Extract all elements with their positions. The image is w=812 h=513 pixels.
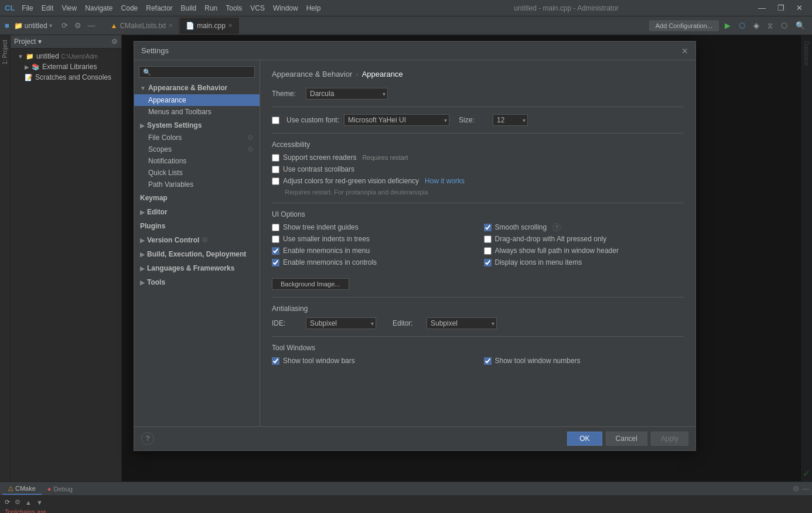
menu-build[interactable]: Build — [178, 3, 200, 13]
folder-icon: 📁 — [26, 53, 34, 60]
coverage-button[interactable]: ◈ — [751, 20, 762, 31]
settings-item-path-variables[interactable]: Path Variables — [134, 179, 260, 190]
settings-item-file-colors[interactable]: File Colors ⚙ — [134, 132, 260, 143]
menu-view[interactable]: View — [58, 3, 80, 13]
dialog-title: Settings — [141, 46, 169, 55]
menu-vcs[interactable]: VCS — [247, 3, 268, 13]
tool-window-bars-checkbox[interactable] — [272, 357, 279, 365]
smooth-scrolling-checkbox[interactable] — [484, 224, 492, 231]
how-it-works-link[interactable]: How it works — [425, 177, 465, 185]
ide-antialiasing-select[interactable]: Subpixel Greyscale None — [306, 317, 376, 329]
cmake-arrow-up[interactable]: ▲ — [25, 499, 32, 506]
mnemonics-controls-label: Enable mnemonics in controls — [283, 258, 377, 266]
settings-item-scopes[interactable]: Scopes ⚙ — [134, 143, 260, 155]
menu-help[interactable]: Help — [303, 3, 325, 13]
settings-group-header-appearance-behavior[interactable]: ▼ Appearance & Behavior — [134, 81, 260, 94]
debug-tab-label: Debug — [54, 485, 73, 493]
bottom-tab-cmake[interactable]: △ CMake — [2, 483, 42, 495]
size-select[interactable]: 12 10 14 — [493, 114, 528, 126]
settings-item-menus-toolbars[interactable]: Menus and Toolbars — [134, 106, 260, 118]
settings-group-keymap: Keymap — [134, 191, 260, 204]
colorblind-subhint: Requires restart. For protanopia and deu… — [285, 189, 684, 196]
editor-antialiasing-select[interactable]: Subpixel Greyscale None — [427, 317, 497, 329]
bottom-tab-debug[interactable]: ● Debug — [42, 484, 79, 494]
add-configuration-button[interactable]: Add Configuration... — [649, 20, 719, 31]
tab-cmake[interactable]: ▲ CMakeLists.txt ✕ — [105, 18, 180, 34]
toolbar-settings-icon[interactable]: ⚙ — [72, 20, 84, 31]
menu-navigate[interactable]: Navigate — [81, 3, 116, 13]
smooth-scrolling-help-icon[interactable]: ? — [552, 223, 561, 231]
screen-readers-checkbox[interactable] — [272, 154, 279, 162]
group-arrow-tools-icon: ▶ — [140, 279, 145, 286]
cancel-button[interactable]: Cancel — [606, 432, 647, 446]
settings-group-header-keymap[interactable]: Keymap — [134, 191, 260, 204]
settings-search-input[interactable] — [139, 66, 255, 78]
settings-group-header-build[interactable]: ▶ Build, Execution, Deployment — [134, 248, 260, 261]
custom-font-row: Use custom font: Microsoft YaHei UI Size… — [272, 114, 684, 126]
dialog-close-button[interactable]: ✕ — [681, 46, 688, 56]
project-panel-settings-icon[interactable]: ⚙ — [111, 37, 118, 46]
menu-run[interactable]: Run — [201, 3, 221, 13]
settings-group-header-system[interactable]: ▶ System Settings — [134, 119, 260, 132]
colorblind-checkbox[interactable] — [272, 177, 279, 185]
search-everywhere-icon[interactable]: 🔍 — [793, 20, 807, 31]
settings-group-header-languages[interactable]: ▶ Languages & Frameworks — [134, 262, 260, 275]
tab-main-cpp[interactable]: 📄 main.cpp ✕ — [180, 18, 239, 34]
help-button[interactable]: ? — [141, 432, 154, 445]
profile-button[interactable]: ⧖ — [765, 20, 775, 32]
menu-edit[interactable]: Edit — [38, 3, 57, 13]
contrast-scrollbars-checkbox[interactable] — [272, 166, 279, 173]
menu-refactor[interactable]: Refactor — [142, 3, 176, 13]
tab-main-cpp-close[interactable]: ✕ — [228, 22, 233, 29]
full-path-checkbox[interactable] — [484, 247, 492, 255]
custom-font-checkbox[interactable] — [272, 117, 279, 124]
divider-5 — [272, 336, 684, 337]
tree-item-external-libs[interactable]: ▶ 📚 External Libraries — [11, 61, 121, 72]
smaller-indents-checkbox[interactable] — [272, 235, 279, 243]
project-sidebar-label[interactable]: 1: Project — [1, 37, 9, 67]
tree-item-scratches[interactable]: 📝 Scratches and Consoles — [11, 72, 121, 83]
settings-item-appearance[interactable]: Appearance — [134, 94, 260, 106]
mnemonics-controls-checkbox[interactable] — [272, 259, 279, 266]
menu-tools[interactable]: Tools — [222, 3, 245, 13]
font-select[interactable]: Microsoft YaHei UI — [344, 114, 449, 126]
tree-indent-checkbox[interactable] — [272, 224, 279, 231]
settings-group-header-editor[interactable]: ▶ Editor — [134, 206, 260, 218]
valgrind-button[interactable]: ⬡ — [779, 20, 790, 31]
tree-item-untitled[interactable]: ▼ 📁 untitled C:\Users\Adm — [11, 51, 121, 61]
settings-group-header-vcs[interactable]: ▶ Version Control ⚙ — [134, 234, 260, 247]
close-button[interactable]: ✕ — [791, 2, 807, 13]
group-label-keymap: Keymap — [140, 194, 168, 202]
cmake-arrow-down[interactable]: ▼ — [36, 499, 43, 506]
bottom-settings-icon[interactable]: ⚙ — [793, 484, 800, 493]
app-logo: CL — [5, 4, 15, 12]
tool-window-numbers-checkbox[interactable] — [484, 357, 492, 365]
minimize-button[interactable]: — — [753, 2, 770, 13]
divider-2 — [272, 133, 684, 134]
menu-code[interactable]: Code — [118, 3, 142, 13]
display-icons-checkbox[interactable] — [484, 259, 492, 266]
debug-button[interactable]: ⬡ — [736, 20, 748, 31]
ok-button[interactable]: OK — [567, 432, 602, 446]
toolbar-sync-icon[interactable]: ⟳ — [59, 20, 70, 31]
ui-options-title: UI Options — [272, 210, 684, 218]
settings-item-notifications[interactable]: Notifications — [134, 155, 260, 167]
toolbar-minus-icon[interactable]: — — [86, 20, 98, 31]
drag-drop-checkbox[interactable] — [484, 235, 492, 243]
background-image-button[interactable]: Background Image... — [272, 278, 349, 290]
tab-cmake-close[interactable]: ✕ — [168, 22, 173, 29]
theme-select[interactable]: Darcula IntelliJ Light — [306, 88, 388, 100]
settings-group-header-plugins[interactable]: Plugins — [134, 220, 260, 232]
run-button[interactable]: ▶ — [722, 20, 733, 31]
divider-4 — [272, 297, 684, 297]
apply-button[interactable]: Apply — [651, 432, 688, 446]
menu-window[interactable]: Window — [269, 3, 302, 13]
project-dropdown-icon[interactable]: ▾ — [49, 22, 52, 29]
menu-file[interactable]: File — [18, 3, 36, 13]
settings-group-header-tools[interactable]: ▶ Tools — [134, 276, 260, 289]
mnemonics-menu-checkbox[interactable] — [272, 247, 279, 255]
settings-item-quick-lists[interactable]: Quick Lists — [134, 167, 260, 179]
bottom-close-icon[interactable]: — — [802, 484, 810, 493]
maximize-button[interactable]: ❐ — [773, 2, 789, 13]
editor-antialiasing-wrapper: Subpixel Greyscale None — [427, 317, 497, 329]
